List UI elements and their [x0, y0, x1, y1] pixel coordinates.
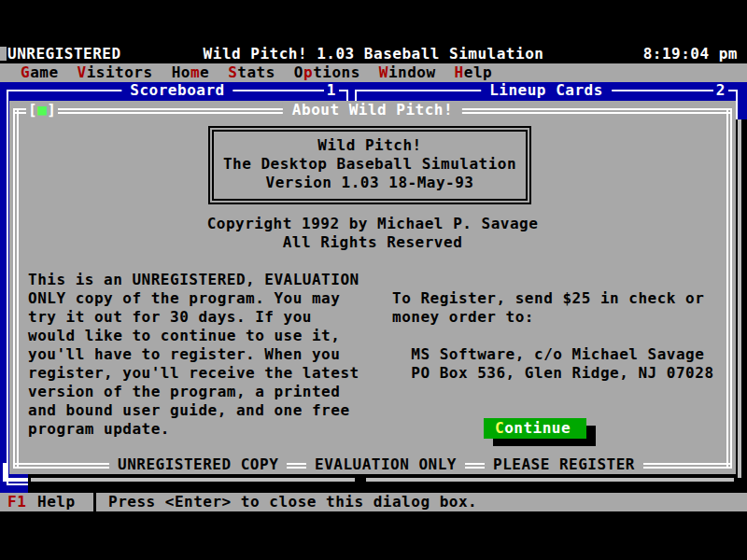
close-box-icon[interactable]: ■ — [37, 101, 47, 119]
f1-help-hotkey[interactable]: F1 — [7, 493, 26, 511]
dialog-close-button[interactable]: [■] — [26, 101, 58, 119]
status-bar: F1 Help Press <Enter> to close this dial… — [0, 493, 747, 511]
registration-status: UNREGISTERED — [7, 45, 121, 63]
menu-item-window[interactable]: Window — [379, 63, 436, 82]
status-separator — [93, 493, 96, 511]
text-line: register, you'll receive the latest — [28, 364, 359, 383]
text-line: you'll have to register. When you — [28, 345, 359, 364]
text-line: try it out for 30 days. If you — [28, 308, 359, 327]
text-line — [392, 327, 714, 345]
menu-item-visitors[interactable]: Visitors — [78, 63, 153, 82]
shadowed-window-border — [366, 478, 734, 482]
evaluation-notice-paragraph: This is an UNREGISTERED, EVALUATIONONLY … — [28, 271, 359, 439]
shadowed-window-border — [31, 478, 355, 482]
dialog-title: About Wild Pitch! — [283, 101, 462, 119]
window-lineup-cards-title[interactable]: Lineup Cards — [481, 82, 612, 100]
dialog-shadow-bottom — [28, 474, 747, 493]
text-line: All Rights Reserved — [9, 233, 736, 252]
text-line: PO Box 536, Glen Ridge, NJ 07028 — [392, 364, 714, 383]
menu-item-help[interactable]: Help — [455, 63, 493, 82]
footer-label-unregistered: UNREGISTERED COPY — [109, 455, 287, 474]
menu-item-stats[interactable]: Stats — [228, 63, 275, 82]
footer-label-evaluation: EVALUATION ONLY — [306, 455, 465, 474]
window-scoreboard-title[interactable]: Scoreboard — [121, 82, 233, 100]
menu-item-options[interactable]: Options — [294, 63, 360, 82]
text-line: This is an UNREGISTERED, EVALUATION — [28, 271, 359, 289]
window-lineup-cards-number: 2 — [713, 82, 728, 100]
status-message: Press <Enter> to close this dialog box. — [108, 493, 477, 511]
about-dialog: [■] About Wild Pitch! Wild Pitch!The Des… — [9, 101, 736, 474]
menu-item-home[interactable]: Home — [172, 63, 210, 82]
program-info-box: Wild Pitch!The Desktop Baseball Simulati… — [208, 126, 531, 204]
text-line: Copyright 1992 by Michael P. Savage — [9, 215, 736, 233]
clock: 8:19:04 pm — [643, 45, 738, 63]
shadowed-window-border — [738, 119, 741, 478]
text-line: The Desktop Baseball Simulation — [214, 155, 526, 174]
text-line: MS Software, c/o Michael Savage — [392, 345, 714, 364]
window-bottom-corner — [3, 463, 7, 482]
continue-button[interactable]: Continue — [484, 418, 586, 439]
dialog-border-right — [726, 108, 732, 467]
text-line: ONLY copy of the program. You may — [28, 289, 359, 308]
window-bottom-corner — [3, 478, 28, 482]
app-title-bar: Wild Pitch! 1.03 Baseball Simulation UNR… — [0, 45, 747, 63]
f1-help-label[interactable]: Help — [37, 493, 76, 511]
copyright-text: Copyright 1992 by Michael P. SavageAll R… — [9, 215, 736, 252]
text-line: version of the program, a printed — [28, 383, 359, 401]
text-line: Wild Pitch! — [214, 136, 526, 155]
desktop: Scoreboard 1 Lineup Cards 2 [■] About Wi… — [0, 82, 747, 493]
registration-info-paragraph: To Register, send $25 in check ormoney o… — [392, 289, 714, 383]
text-line: program update. — [28, 420, 359, 439]
menu-bar: GameVisitorsHomeStatsOptionsWindowHelp — [0, 63, 747, 82]
dos-screen: Wild Pitch! 1.03 Baseball Simulation UNR… — [0, 0, 747, 560]
text-line: To Register, send $25 in check or — [392, 289, 714, 308]
window-scoreboard-number: 1 — [324, 82, 339, 100]
footer-label-register: PLEASE REGISTER — [485, 455, 643, 474]
text-line: would like to continue to use it, — [28, 327, 359, 345]
dialog-border-left — [13, 108, 19, 467]
text-line: Version 1.03 18-May-93 — [214, 174, 526, 192]
menu-item-game[interactable]: Game — [21, 63, 59, 82]
text-line: and bound user guide, and one free — [28, 401, 359, 420]
text-line: money order to: — [392, 308, 714, 327]
